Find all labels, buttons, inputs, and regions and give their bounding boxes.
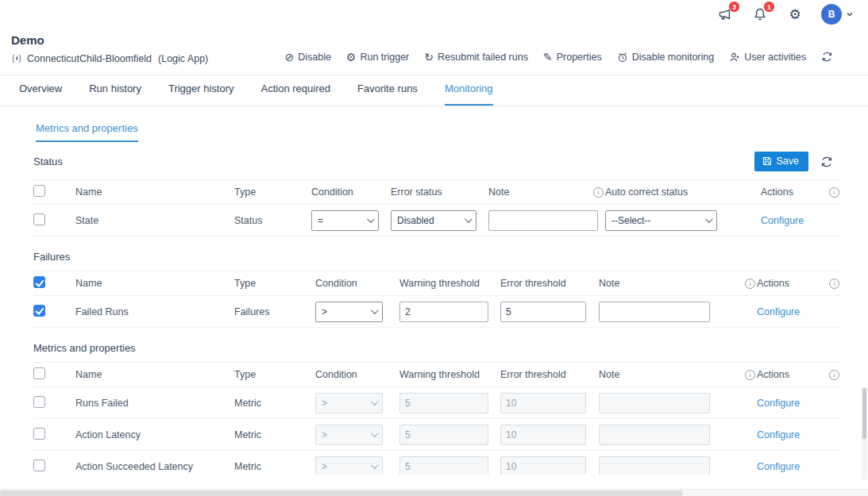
sync-icon	[821, 51, 833, 63]
row-checkbox[interactable]	[33, 396, 45, 408]
condition-select[interactable]: >	[315, 302, 383, 322]
disable-button[interactable]: ⊘ Disable	[284, 52, 330, 63]
tab-action-required[interactable]: Action required	[261, 83, 330, 106]
actions-info-icon[interactable]	[829, 370, 839, 380]
col-type: Type	[234, 369, 315, 380]
condition-select[interactable]: >	[315, 456, 383, 475]
row-checkbox[interactable]	[33, 428, 45, 440]
error-threshold-input[interactable]	[500, 393, 586, 413]
subtab-bar: Metrics and properties	[0, 106, 868, 142]
col-condition: Condition	[315, 278, 399, 289]
col-name: Name	[75, 186, 234, 198]
header-refresh-button[interactable]	[821, 51, 833, 63]
row-name: Runs Failed	[75, 398, 234, 409]
note-info-icon[interactable]	[745, 370, 755, 380]
failures-table: Name Type Condition Warning threshold Er…	[0, 271, 868, 328]
status-table-header: Name Type Condition Error status Note Au…	[33, 179, 841, 205]
settings-gear-icon[interactable]: ⚙	[786, 6, 804, 23]
row-name: State	[75, 215, 234, 226]
note-input[interactable]	[599, 302, 710, 322]
subtab-metrics-and-properties[interactable]: Metrics and properties	[36, 122, 138, 142]
tab-monitoring[interactable]: Monitoring	[445, 83, 493, 106]
disable-monitoring-button[interactable]: Disable monitoring	[617, 52, 715, 63]
col-error-status: Error status	[391, 186, 488, 198]
horizontal-scrollbar-thumb[interactable]	[0, 490, 683, 496]
note-input[interactable]	[599, 425, 710, 445]
note-info-icon[interactable]	[745, 279, 755, 289]
warning-threshold-input[interactable]	[399, 393, 488, 413]
actions-info-icon[interactable]	[829, 279, 839, 289]
tab-overview[interactable]: Overview	[19, 83, 62, 106]
tab-run-history[interactable]: Run history	[89, 83, 141, 106]
row-checkbox[interactable]	[33, 305, 45, 317]
save-button[interactable]: Save	[754, 152, 809, 171]
header-toolbar: ⊘ Disable ⚙ Run trigger ↻ Resubmit faile…	[284, 51, 833, 64]
page-header: Demo ConnecticutChild-Bloomfield (Logic …	[0, 29, 868, 75]
row-type: Status	[234, 215, 311, 226]
select-all-checkbox[interactable]	[33, 276, 45, 288]
condition-select[interactable]: >	[315, 425, 383, 445]
tab-favorite-runs[interactable]: Favorite runs	[357, 83, 418, 106]
col-type: Type	[234, 278, 315, 289]
configure-link[interactable]: Configure	[757, 461, 800, 472]
user-menu[interactable]: B	[821, 4, 854, 25]
note-input[interactable]	[599, 393, 710, 413]
run-trigger-button[interactable]: ⚙ Run trigger	[346, 52, 409, 63]
app-type: (Logic App)	[158, 53, 208, 64]
configure-link[interactable]: Configure	[757, 306, 800, 317]
error-threshold-input[interactable]	[500, 302, 586, 322]
col-actions: Actions	[761, 186, 793, 198]
metrics-table-header: Name Type Condition Warning threshold Er…	[33, 362, 841, 387]
actions-info-icon[interactable]	[829, 187, 839, 198]
warning-threshold-input[interactable]	[399, 425, 488, 445]
page-title: Demo	[11, 33, 208, 47]
chevron-down-icon	[705, 215, 713, 223]
col-note: Note	[599, 369, 619, 380]
metrics-row-action-succeeded-latency: Action Succeeded Latency Metric > Config…	[33, 451, 841, 475]
col-name: Name	[75, 369, 234, 380]
resubmit-failed-runs-button[interactable]: ↻ Resubmit failed runs	[424, 52, 528, 63]
error-status-select[interactable]: Disabled	[391, 210, 476, 231]
row-checkbox[interactable]	[33, 459, 45, 471]
announcements-icon[interactable]: 3	[716, 6, 734, 23]
properties-button[interactable]: ✎ Properties	[543, 52, 602, 63]
col-error-threshold: Error threshold	[500, 369, 599, 380]
avatar[interactable]: B	[821, 4, 842, 25]
note-info-icon[interactable]	[593, 187, 604, 198]
configure-link[interactable]: Configure	[757, 398, 800, 409]
chevron-down-icon	[371, 461, 379, 469]
warning-threshold-input[interactable]	[399, 302, 488, 322]
status-table: Name Type Condition Error status Note Au…	[0, 179, 868, 236]
condition-select[interactable]: =	[311, 210, 379, 231]
notifications-bell-icon[interactable]: 1	[751, 6, 769, 23]
error-threshold-input[interactable]	[500, 456, 586, 475]
user-activities-button[interactable]: User activities	[729, 52, 806, 63]
horizontal-scrollbar[interactable]	[0, 489, 868, 496]
tab-trigger-history[interactable]: Trigger history	[168, 83, 234, 106]
configure-link[interactable]: Configure	[761, 215, 804, 226]
vertical-scrollbar-thumb[interactable]	[862, 388, 866, 439]
select-all-checkbox[interactable]	[33, 367, 45, 379]
logic-app-icon	[11, 53, 22, 64]
note-input[interactable]	[599, 456, 710, 475]
configure-link[interactable]: Configure	[757, 429, 800, 440]
condition-select[interactable]: >	[315, 393, 383, 413]
chevron-down-icon	[465, 215, 473, 223]
app-subtitle: ConnecticutChild-Bloomfield (Logic App)	[11, 53, 208, 64]
error-threshold-input[interactable]	[500, 425, 586, 445]
select-all-checkbox[interactable]	[33, 185, 45, 197]
chevron-down-icon	[371, 429, 379, 437]
note-input[interactable]	[488, 210, 598, 231]
status-section-title: Status	[33, 156, 63, 167]
section-refresh-button[interactable]	[820, 156, 833, 168]
vertical-scrollbar[interactable]	[862, 386, 867, 480]
col-actions: Actions	[757, 278, 789, 289]
alarm-clock-icon	[617, 52, 628, 63]
col-condition: Condition	[311, 186, 391, 198]
page-title-block: Demo ConnecticutChild-Bloomfield (Logic …	[11, 32, 208, 64]
row-checkbox[interactable]	[33, 213, 45, 225]
auto-correct-select[interactable]: --Select--	[605, 210, 717, 231]
warning-threshold-input[interactable]	[399, 456, 488, 475]
col-note: Note	[599, 278, 619, 289]
col-warning-threshold: Warning threshold	[399, 369, 500, 380]
